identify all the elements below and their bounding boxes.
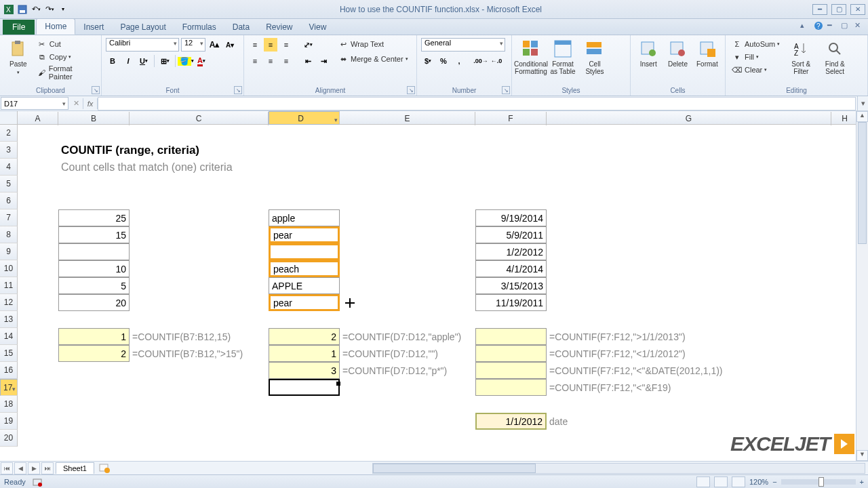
cell-B9[interactable] — [58, 243, 130, 260]
cell-B11[interactable]: 5 — [58, 277, 130, 294]
cancel-formula-icon[interactable]: ✕ — [69, 99, 83, 108]
cell-styles-button[interactable]: Cell Styles — [580, 38, 610, 77]
tab-page-layout[interactable]: Page Layout — [112, 20, 174, 35]
cell-E14[interactable]: =COUNTIF(D7:D12,"apple") — [340, 328, 475, 345]
cell-D17[interactable] — [269, 379, 340, 396]
cell-D16[interactable]: 3 — [269, 362, 340, 379]
tab-data[interactable]: Data — [224, 20, 258, 35]
row-header-20[interactable]: 20 — [0, 430, 18, 447]
cell-B4[interactable]: Count cells that match (one) criteria — [58, 159, 343, 176]
row-header-8[interactable]: 8 — [0, 226, 18, 243]
row-header-12[interactable]: 12 — [0, 294, 18, 311]
align-left-icon[interactable]: ≡ — [248, 54, 262, 68]
clipboard-dialog-icon[interactable]: ↘ — [92, 86, 100, 94]
doc-close-icon[interactable]: ✕ — [854, 21, 864, 30]
cell-D11[interactable]: APPLE — [269, 277, 340, 294]
page-layout-view-icon[interactable] — [714, 476, 728, 487]
new-sheet-icon[interactable] — [97, 463, 112, 474]
select-all-corner[interactable] — [0, 111, 18, 124]
cell-F17[interactable] — [475, 379, 547, 396]
cell-F9[interactable]: 1/2/2012 — [475, 243, 547, 260]
tab-view[interactable]: View — [301, 20, 335, 35]
cell-B15[interactable]: 2 — [58, 345, 130, 362]
tab-home[interactable]: Home — [36, 18, 75, 35]
prev-sheet-icon[interactable]: ◀ — [14, 462, 26, 474]
first-sheet-icon[interactable]: ⏮ — [1, 462, 13, 474]
cell-C15[interactable]: =COUNTIF(B7:B12,">15") — [130, 345, 269, 362]
cell-D8[interactable]: pear — [269, 226, 340, 243]
sort-filter-button[interactable]: AZSort & Filter — [786, 38, 816, 77]
save-icon[interactable] — [16, 3, 28, 16]
cell-D10[interactable]: peach — [269, 260, 340, 277]
cell-F19[interactable]: 1/1/2012 — [475, 413, 547, 430]
delete-cells-button[interactable]: Delete — [664, 38, 691, 69]
cell-F10[interactable]: 4/1/2014 — [475, 260, 547, 277]
align-top-icon[interactable]: ≡ — [248, 38, 262, 52]
comma-icon[interactable]: , — [452, 54, 466, 68]
grow-font-icon[interactable]: A▴ — [208, 38, 221, 52]
conditional-formatting-button[interactable]: Conditional Formatting — [516, 38, 546, 77]
cell-B3[interactable]: COUNTIF (range, criteria) — [58, 142, 343, 159]
wrap-text-button[interactable]: ↩Wrap Text — [336, 38, 410, 50]
cell-G17[interactable]: =COUNTIF(F7:F12,"<"&F19) — [547, 379, 831, 396]
vertical-scrollbar[interactable]: ▲ ▼ — [856, 111, 868, 461]
page-break-view-icon[interactable] — [732, 476, 745, 487]
number-format-select[interactable]: General — [421, 38, 505, 52]
clear-button[interactable]: ⌫Clear▾ — [730, 64, 782, 76]
cell-E15[interactable]: =COUNTIF(D7:D12,"") — [340, 345, 475, 362]
underline-button[interactable]: U▾ — [137, 54, 151, 68]
maximize-button[interactable]: ▢ — [831, 4, 846, 15]
alignment-dialog-icon[interactable]: ↘ — [407, 86, 415, 94]
cell-F11[interactable]: 3/15/2013 — [475, 277, 547, 294]
font-name-select[interactable]: Calibri — [106, 38, 179, 52]
font-color-button[interactable]: A▾ — [195, 54, 208, 68]
row-header-6[interactable]: 6 — [0, 192, 18, 209]
last-sheet-icon[interactable]: ⏭ — [41, 462, 54, 474]
merge-center-button[interactable]: ⬌Merge & Center▾ — [336, 53, 410, 65]
doc-minimize-icon[interactable]: ━ — [827, 21, 837, 30]
fill-button[interactable]: ▾Fill▾ — [730, 51, 782, 63]
format-cells-button[interactable]: Format — [694, 38, 721, 69]
spreadsheet-grid[interactable]: ABCDEFGH 234567891011121314151617181920 … — [0, 111, 868, 461]
undo-icon[interactable]: ↶▾ — [30, 3, 42, 16]
zoom-out-icon[interactable]: − — [772, 478, 776, 486]
border-button[interactable]: ⊞▾ — [158, 54, 172, 68]
horizontal-scrollbar[interactable] — [372, 463, 865, 474]
col-header-C[interactable]: C — [130, 112, 269, 125]
font-dialog-icon[interactable]: ↘ — [234, 86, 242, 94]
redo-icon[interactable]: ↷▾ — [43, 3, 56, 16]
find-select-button[interactable]: Find & Select — [820, 38, 850, 77]
row-header-7[interactable]: 7 — [0, 209, 18, 226]
cell-F16[interactable] — [475, 362, 547, 379]
expand-formula-bar-icon[interactable]: ▾ — [857, 96, 868, 110]
col-header-D[interactable]: D — [269, 111, 340, 125]
cells-area[interactable]: COUNTIF (range, criteria)Count cells tha… — [18, 125, 856, 461]
col-header-H[interactable]: H — [831, 112, 859, 125]
col-header-G[interactable]: G — [547, 112, 831, 125]
help-icon[interactable]: ? — [814, 21, 823, 30]
tab-formulas[interactable]: Formulas — [174, 20, 224, 35]
row-header-13[interactable]: 13 — [0, 311, 18, 328]
cell-B12[interactable]: 20 — [58, 294, 130, 311]
name-box[interactable]: D17 — [1, 97, 68, 110]
cell-G15[interactable]: =COUNTIF(F7:F12,"<1/1/2012") — [547, 345, 831, 362]
inc-decimal-icon[interactable]: .00→ — [474, 54, 488, 68]
insert-cells-button[interactable]: Insert — [635, 38, 662, 69]
paste-button[interactable]: Paste▾ — [4, 38, 33, 77]
cell-C14[interactable]: =COUNTIF(B7:B12,15) — [130, 328, 269, 345]
cell-D14[interactable]: 2 — [269, 328, 340, 345]
normal-view-icon[interactable] — [696, 476, 710, 487]
file-tab[interactable]: File — [3, 20, 35, 35]
copy-button[interactable]: ⧉Copy▾ — [35, 51, 97, 63]
cell-F12[interactable]: 11/19/2011 — [475, 294, 547, 311]
formula-input[interactable] — [98, 97, 856, 110]
cell-D12[interactable]: pear — [269, 294, 340, 311]
row-header-4[interactable]: 4 — [0, 159, 18, 176]
col-header-A[interactable]: A — [18, 112, 58, 125]
scroll-thumb[interactable] — [858, 122, 867, 244]
currency-icon[interactable]: $▾ — [421, 54, 435, 68]
row-header-3[interactable]: 3 — [0, 142, 18, 159]
autosum-button[interactable]: ΣAutoSum▾ — [730, 38, 782, 50]
col-header-E[interactable]: E — [340, 112, 475, 125]
fill-color-button[interactable]: 🪣▾ — [179, 54, 193, 68]
